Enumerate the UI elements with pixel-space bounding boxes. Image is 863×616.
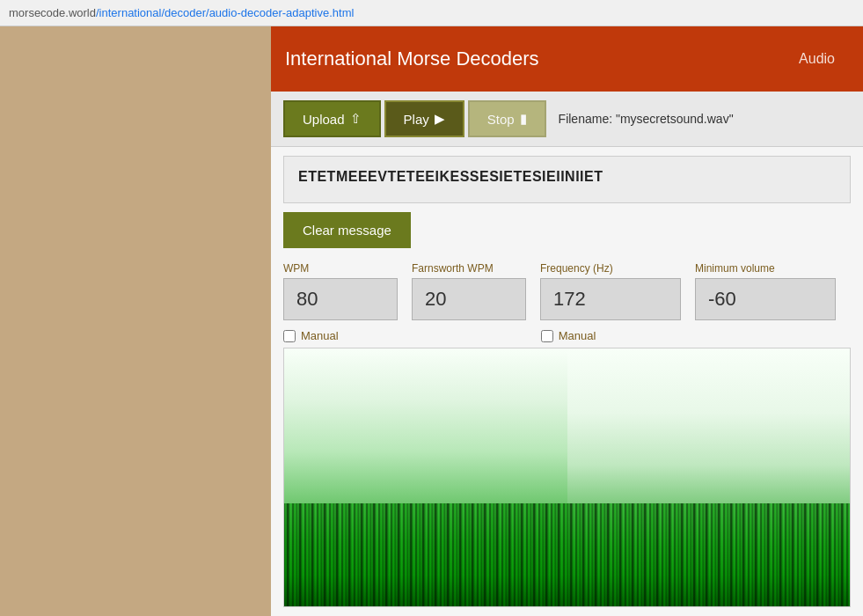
upload-label: Upload [303,112,345,127]
audio-tab[interactable]: Audio [785,39,849,79]
manual-checkbox-left-label[interactable]: Manual [283,329,339,342]
play-label: Play [404,112,429,127]
stop-label: Stop [487,112,515,127]
sidebar [0,26,271,616]
spectrogram-right [567,348,851,606]
toolbar: Upload ⇧ Play ▶ Stop ▮ Filename: "mysecr… [271,92,863,147]
min-volume-label: Minimum volume [695,262,836,275]
controls-row: WPM 80 Farnsworth WPM 20 Frequency (Hz) … [271,257,863,326]
manual-right-text: Manual [559,329,596,342]
manual-checkbox-right[interactable] [541,330,553,342]
upload-button[interactable]: Upload ⇧ [283,100,381,137]
url-blue-part: /international/decoder/audio-decoder-ada… [96,6,354,19]
spectrogram-left [284,348,567,606]
filename-display: Filename: "mysecretsound.wav" [559,112,734,126]
header-bar: International Morse Decoders Audio [271,26,863,92]
upload-icon: ⇧ [350,111,362,127]
wpm-input[interactable]: 80 [283,278,398,320]
play-button[interactable]: Play ▶ [384,100,464,137]
stop-button[interactable]: Stop ▮ [468,100,546,137]
farnsworth-wpm-label: Farnsworth WPM [412,262,526,275]
stop-icon: ▮ [520,111,527,127]
decoded-message-box: ETETMEEEVTETEEIKESSESIETESIEIINIIET [283,156,851,203]
farnsworth-wpm-group: Farnsworth WPM 20 [412,262,526,320]
manual-checkbox-left[interactable] [283,330,296,342]
manual-checkbox-right-label[interactable]: Manual [541,329,596,342]
wpm-label: WPM [283,262,398,275]
wpm-group: WPM 80 [283,262,398,320]
page-title: International Morse Decoders [285,48,539,70]
decoded-message-text: ETETMEEEVTETEEIKESSESIETESIEIINIIET [298,169,603,184]
min-volume-group: Minimum volume -60 [695,262,836,320]
spectrogram-area [283,348,851,607]
farnsworth-wpm-input[interactable]: 20 [412,278,526,320]
play-icon: ▶ [435,111,445,127]
main-content: International Morse Decoders Audio Uploa… [271,26,863,616]
manual-left-text: Manual [301,329,339,342]
frequency-input[interactable]: 172 [540,278,681,320]
frequency-group: Frequency (Hz) 172 [540,262,681,320]
manual-row: Manual Manual [271,326,863,348]
url-gray-part: morsecode.world [9,6,96,19]
frequency-label: Frequency (Hz) [540,262,681,275]
min-volume-input[interactable]: -60 [695,278,836,320]
address-bar: morsecode.world/international/decoder/au… [0,0,863,26]
clear-message-button[interactable]: Clear message [283,212,411,248]
